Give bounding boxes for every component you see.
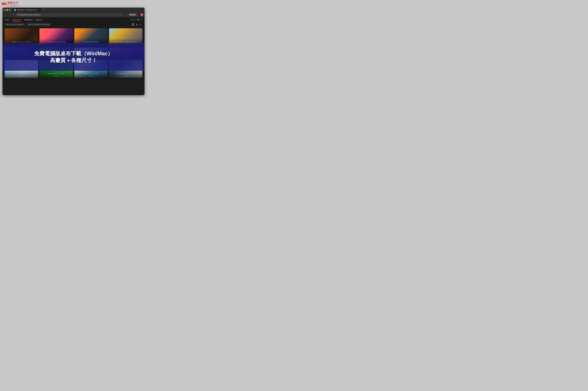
wallpaper-info: Taking the scenic route Microsoft	[74, 70, 108, 78]
wallpaper-title: Christmas comes to Geelong	[41, 41, 72, 43]
tab-title: Wallpapers | WallpaperHub	[17, 9, 37, 11]
menu-icon[interactable]: ⋮	[138, 14, 139, 16]
view-toggle: ⊞ ▦ ⊟	[131, 23, 142, 26]
address-input[interactable]: 🔒 wallpaperhub.app/wallpapers	[16, 13, 123, 16]
wallpaper-info: American Bird Count begins Microsoft	[39, 70, 73, 78]
close-button[interactable]	[4, 9, 5, 11]
wallpaper-creator: Microsoft	[19, 76, 24, 77]
browser-tab[interactable]: W Wallpapers | WallpaperHub ×	[13, 8, 41, 12]
wallpaper-title: It's Weihnachtsmarkt time!	[75, 41, 107, 43]
incognito-button[interactable]: 無痕模式	[129, 13, 136, 16]
wallpaper-creator: Microsoft	[88, 76, 93, 77]
browser-window: W Wallpapers | WallpaperHub × + ← → ↻ 🔒 …	[2, 7, 144, 95]
grid-view-button[interactable]: ⊞	[131, 23, 135, 26]
watermark: 塔科女子 APP & 3C	[2, 1, 18, 6]
cast-icon[interactable]: ⬚	[126, 14, 128, 16]
nav-search-area: Search 🔍 ⚙	[130, 19, 142, 21]
compact-view-button[interactable]: ⊟	[139, 23, 142, 26]
nav-wallpapers[interactable]: Wallpapers	[12, 18, 21, 21]
list-view-button[interactable]: ▦	[135, 23, 138, 26]
watermark-grid-icon	[2, 3, 6, 5]
wallpaper-creator: Microsoft	[54, 76, 59, 77]
wallpaper-title: Basilica of Bom Jesus, Old Goa	[6, 41, 37, 43]
watermark-subtitle: APP & 3C	[7, 4, 18, 6]
forward-button[interactable]: →	[8, 13, 11, 16]
wallpaper-title: Taking the scenic route	[75, 73, 107, 74]
address-text: wallpaperhub.app/wallpapers	[19, 14, 41, 16]
search-label: Search	[130, 19, 136, 21]
profile-button[interactable]: G	[140, 13, 143, 16]
bookmark-icon[interactable]: ☆	[124, 14, 125, 16]
wallpaper-creator: Microsoft	[123, 76, 128, 77]
tab-favicon: W	[14, 9, 16, 11]
overlay-banner: 免費電腦版桌布下載（Win/Mac） 高畫質＋各種尺寸！	[2, 43, 144, 71]
wallpaper-title: Pour un flirt, avec toi...	[6, 73, 37, 74]
nav-home[interactable]: Home	[5, 18, 9, 21]
nav-bar: Home Wallpapers Collections Creators Sea…	[2, 17, 144, 22]
new-tab-button[interactable]: +	[42, 8, 45, 11]
overlay-sub-text: 高畫質＋各種尺寸！	[50, 57, 97, 64]
refresh-button[interactable]: ↻	[12, 13, 15, 16]
wallpaper-info: Pour un flirt, avec toi... Microsoft	[5, 70, 38, 78]
maximize-button[interactable]	[9, 9, 10, 11]
wallpaper-title: When in Rome... celebrate Saturnalia	[110, 41, 141, 43]
traffic-lights	[4, 9, 10, 11]
minimize-button[interactable]	[6, 9, 8, 11]
nav-creators[interactable]: Creators	[35, 18, 42, 21]
lock-icon: 🔒	[17, 14, 19, 15]
wallpaper-content: Basilica of Bom Jesus, Old Goa Microsoft…	[2, 27, 144, 80]
settings-icon[interactable]: ⚙	[140, 19, 142, 21]
nav-collections[interactable]: Collections	[24, 18, 33, 21]
wallpaper-title: American Bird Count begins	[41, 73, 72, 74]
wallpaper-title: La maison du Père Noël ?	[110, 73, 141, 74]
tab-close-button[interactable]: ×	[38, 9, 40, 11]
wallpaper-info: La maison du Père Noël ? Microsoft	[109, 70, 142, 78]
tab-bar: W Wallpapers | WallpaperHub × +	[2, 7, 144, 12]
filter-tags-button[interactable]: Filter by tags (0 selected)	[5, 23, 25, 26]
filter-resolutions-button[interactable]: Filter by resolutions (0 selected)	[26, 23, 51, 26]
filter-bar: Filter by tags (0 selected) Filter by re…	[2, 22, 144, 27]
address-bar: ← → ↻ 🔒 wallpaperhub.app/wallpapers ☆ ⬚ …	[2, 12, 144, 17]
search-icon[interactable]: 🔍	[137, 19, 139, 21]
overlay-main-text: 免費電腦版桌布下載（Win/Mac）	[34, 50, 113, 57]
watermark-title: 塔科女子	[7, 1, 18, 4]
address-right-buttons: ☆ ⬚ 無痕模式 ⋮ G	[124, 13, 143, 16]
back-button[interactable]: ←	[4, 13, 7, 16]
